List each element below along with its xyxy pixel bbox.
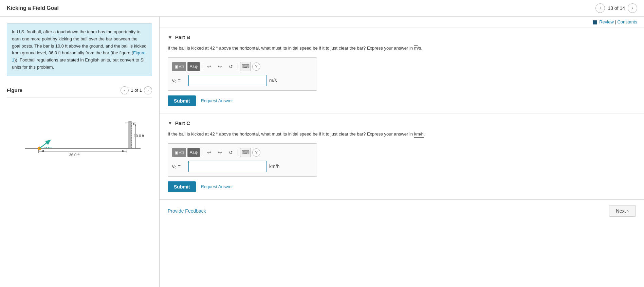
page-header: Kicking a Field Goal ‹ 13 of 14 › bbox=[0, 0, 644, 17]
header-navigation: ‹ 13 of 14 › bbox=[595, 3, 637, 13]
figure-header: Figure ‹ 1 of 1 › bbox=[7, 86, 152, 97]
part-b-template-button[interactable]: ▣ √□ bbox=[172, 62, 186, 71]
part-c-undo-button[interactable]: ↩ bbox=[204, 148, 214, 157]
problem-text-content: In U.S. football, after a touchdown the … bbox=[12, 29, 147, 70]
part-b-submit-button[interactable]: Submit bbox=[168, 95, 196, 106]
part-b-toolbar: ▣ √□ ΑΣφ ↩ ↪ ↺ ⌨ ? bbox=[172, 62, 313, 71]
part-b-collapse-arrow[interactable]: ▼ bbox=[168, 35, 172, 40]
toolbar-sep-c-2 bbox=[238, 149, 238, 156]
problem-text-box: In U.S. football, after a touchdown the … bbox=[7, 23, 152, 76]
svg-marker-9 bbox=[40, 150, 44, 152]
part-b-var-label: v₀ = bbox=[172, 78, 186, 83]
part-c-request-answer-link[interactable]: Request Answer bbox=[201, 184, 233, 189]
toolbar-sep-c-1 bbox=[202, 149, 202, 156]
part-b-action-row: Submit Request Answer bbox=[168, 95, 636, 106]
part-c-var-label: v₀ = bbox=[172, 164, 186, 169]
part-c-input-row: v₀ = km/h bbox=[172, 161, 313, 172]
provide-feedback-link[interactable]: Provide Feedback bbox=[168, 208, 206, 214]
part-b-section: ▼ Part B If the ball is kicked at 42 ° a… bbox=[160, 28, 644, 113]
page-footer: Provide Feedback Next › bbox=[160, 199, 644, 222]
part-b-input-row: v₀ = m/s bbox=[172, 75, 313, 86]
part-b-keyboard-button[interactable]: ⌨ bbox=[240, 62, 251, 71]
figure-next-button[interactable]: › bbox=[144, 86, 152, 94]
part-c-answer-box: ▣ √□ ΑΣφ ↩ ↪ ↺ ⌨ ? v₀ = km/h bbox=[168, 143, 317, 177]
svg-rect-1 bbox=[129, 121, 131, 148]
toolbar-separator-2 bbox=[238, 63, 238, 70]
svg-text:10.0 ft: 10.0 ft bbox=[134, 134, 144, 138]
next-page-button[interactable]: › bbox=[628, 3, 637, 13]
figure-title: Figure bbox=[7, 87, 22, 93]
review-constants-links: Review | Constants bbox=[593, 19, 637, 24]
part-c-header: ▼ Part C bbox=[168, 120, 636, 126]
part-b-request-answer-link[interactable]: Request Answer bbox=[201, 98, 233, 103]
part-c-help-button[interactable]: ? bbox=[252, 148, 260, 157]
page-title: Kicking a Field Goal bbox=[7, 5, 59, 11]
part-b-question: If the ball is kicked at 42 ° above the … bbox=[168, 45, 636, 52]
svg-text:36.0 ft: 36.0 ft bbox=[69, 153, 80, 157]
part-b-redo-button[interactable]: ↪ bbox=[215, 62, 225, 71]
part-c-redo-button[interactable]: ↪ bbox=[215, 148, 225, 157]
constants-link[interactable]: Constants bbox=[617, 19, 637, 24]
template-icon-c: ▣ bbox=[174, 150, 178, 155]
part-b-reset-button[interactable]: ↺ bbox=[226, 62, 236, 71]
part-c-answer-input[interactable] bbox=[188, 161, 266, 172]
part-c-keyboard-button[interactable]: ⌨ bbox=[240, 148, 251, 157]
next-arrow-icon: › bbox=[627, 208, 629, 214]
part-b-header: ▼ Part B bbox=[168, 34, 636, 40]
part-b-help-button[interactable]: ? bbox=[252, 62, 260, 71]
review-constants-bar: Review | Constants bbox=[160, 17, 644, 28]
part-b-unit-label: m/s bbox=[269, 78, 277, 83]
right-panel: Review | Constants ▼ Part B If the ball … bbox=[160, 17, 644, 287]
part-b-answer-box: ▣ √□ ΑΣφ ↩ ↪ ↺ ⌨ ? v₀ = m/s bbox=[168, 57, 317, 91]
template-icon: ▣ bbox=[174, 64, 178, 69]
figure-page-indicator: 1 of 1 bbox=[131, 88, 142, 93]
left-panel: In U.S. football, after a touchdown the … bbox=[0, 17, 160, 287]
part-c-collapse-arrow[interactable]: ▼ bbox=[168, 120, 172, 126]
next-button[interactable]: Next › bbox=[609, 205, 636, 217]
field-goal-diagram: 10.0 ft 36.0 ft bbox=[15, 104, 144, 159]
prev-page-button[interactable]: ‹ bbox=[595, 3, 605, 13]
part-b-symbol-button[interactable]: ΑΣφ bbox=[187, 62, 200, 71]
part-b-undo-button[interactable]: ↩ bbox=[204, 62, 214, 71]
figure-nav: ‹ 1 of 1 › bbox=[121, 86, 152, 94]
part-c-unit-label: km/h bbox=[269, 164, 279, 169]
part-c-section: ▼ Part C If the ball is kicked at 42 ° a… bbox=[160, 113, 644, 199]
review-icon bbox=[593, 20, 597, 24]
diagram-container: 10.0 ft 36.0 ft bbox=[7, 101, 152, 162]
figure-prev-button[interactable]: ‹ bbox=[121, 86, 129, 94]
part-c-submit-button[interactable]: Submit bbox=[168, 181, 196, 192]
part-b-answer-input[interactable] bbox=[188, 75, 266, 86]
part-c-action-row: Submit Request Answer bbox=[168, 181, 636, 192]
figure-section: Figure ‹ 1 of 1 › bbox=[0, 83, 159, 287]
part-c-template-button[interactable]: ▣ √□ bbox=[172, 148, 186, 157]
main-layout: In U.S. football, after a touchdown the … bbox=[0, 17, 644, 287]
svg-line-13 bbox=[39, 140, 51, 148]
template-label: √□ bbox=[179, 64, 184, 69]
template-label-c: √□ bbox=[179, 150, 184, 155]
part-b-title: Part B bbox=[175, 34, 190, 40]
part-c-toolbar: ▣ √□ ΑΣφ ↩ ↪ ↺ ⌨ ? bbox=[172, 148, 313, 157]
part-c-question: If the ball is kicked at 42 ° above the … bbox=[168, 131, 636, 138]
part-c-symbol-button[interactable]: ΑΣφ bbox=[187, 148, 200, 157]
review-link[interactable]: Review bbox=[599, 19, 614, 24]
svg-marker-10 bbox=[122, 150, 125, 152]
next-label: Next bbox=[616, 208, 626, 214]
part-c-title: Part C bbox=[175, 120, 190, 126]
part-c-reset-button[interactable]: ↺ bbox=[226, 148, 236, 157]
toolbar-separator-1 bbox=[202, 63, 202, 70]
page-indicator: 13 of 14 bbox=[608, 5, 625, 11]
figure-link[interactable]: Figure 1 bbox=[12, 50, 146, 62]
